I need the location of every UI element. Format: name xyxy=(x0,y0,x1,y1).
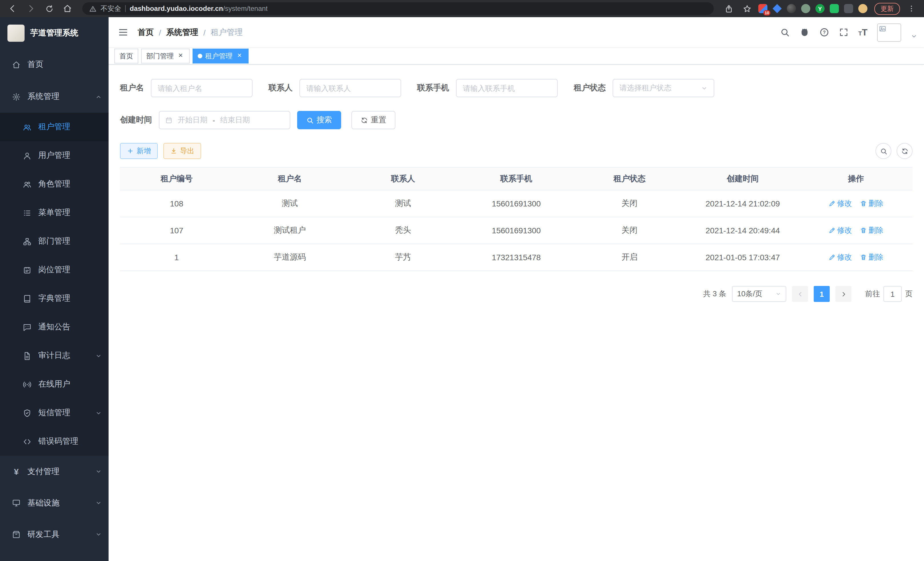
close-icon[interactable]: × xyxy=(236,52,243,60)
tenant-name-cell: 芋道源码 xyxy=(233,244,346,271)
close-icon[interactable]: × xyxy=(177,52,184,60)
profile-avatar-icon[interactable] xyxy=(858,4,867,13)
document-icon xyxy=(23,351,32,360)
tenant-name-input[interactable] xyxy=(151,79,253,97)
phone-cell: 15601691300 xyxy=(460,190,573,217)
delete-link[interactable]: 删除 xyxy=(860,199,884,209)
sidebar-item-online-user[interactable]: 在线用户 xyxy=(0,370,109,399)
filter-create-time: 创建时间 开始日期 - 结束日期 xyxy=(120,111,290,129)
edit-link[interactable]: 修改 xyxy=(829,199,852,209)
bookmark-star-icon[interactable] xyxy=(740,2,754,15)
prev-page-button[interactable] xyxy=(792,286,808,302)
sidebar: 芋道管理系统 首页 系统管理 租户管理 xyxy=(0,17,109,561)
sidebar-item-dept[interactable]: 部门管理 xyxy=(0,227,109,256)
browser-menu-icon[interactable] xyxy=(904,2,918,15)
date-range-picker[interactable]: 开始日期 - 结束日期 xyxy=(159,111,290,129)
search-button-label: 搜索 xyxy=(316,115,332,125)
chevron-down-icon xyxy=(95,500,102,506)
tab-home[interactable]: 首页 xyxy=(114,49,138,63)
breadcrumb-home[interactable]: 首页 xyxy=(138,27,154,38)
sidebar-item-menu[interactable]: 菜单管理 xyxy=(0,199,109,227)
sidebar-item-notice[interactable]: 通知公告 xyxy=(0,313,109,341)
ops-cell: 修改删除 xyxy=(800,190,913,217)
goto-page-input[interactable] xyxy=(884,286,902,302)
fold-sidebar-icon[interactable] xyxy=(109,27,138,38)
sidebar-item-label: 岗位管理 xyxy=(38,265,70,275)
extension-icon-4[interactable] xyxy=(801,4,810,13)
contact-cell: 测试 xyxy=(346,190,460,217)
filter-row-2: 创建时间 开始日期 - 结束日期 搜索 xyxy=(120,111,913,129)
sidebar-item-dict[interactable]: 字典管理 xyxy=(0,284,109,313)
delete-link[interactable]: 删除 xyxy=(860,225,884,236)
contact-cell: 秃头 xyxy=(346,217,460,244)
sidebar-item-sms[interactable]: 短信管理 xyxy=(0,399,109,427)
field-label: 租户名 xyxy=(120,83,144,93)
github-icon[interactable] xyxy=(800,27,810,38)
header-status: 租户状态 xyxy=(573,167,686,190)
contact-input[interactable] xyxy=(299,79,401,97)
sidebar-item-role[interactable]: 角色管理 xyxy=(0,170,109,199)
pinned-extension-icon[interactable] xyxy=(844,4,853,13)
filter-row-1: 租户名 联系人 联系手机 租户状态 请选择租户状态 xyxy=(120,79,913,97)
sidebar-item-label: 租户管理 xyxy=(38,122,70,132)
delete-link[interactable]: 删除 xyxy=(860,252,884,262)
font-size-icon[interactable]: TT xyxy=(858,27,867,38)
user-avatar[interactable] xyxy=(877,23,901,41)
extension-icon-5[interactable]: Y xyxy=(815,4,825,13)
monitor-icon xyxy=(12,499,21,507)
breadcrumb-system[interactable]: 系统管理 xyxy=(166,27,198,38)
fullscreen-icon[interactable] xyxy=(839,27,849,37)
forward-icon[interactable] xyxy=(24,2,38,15)
sidebar-item-home[interactable]: 首页 xyxy=(0,49,109,81)
reset-button[interactable]: 重置 xyxy=(351,111,395,129)
export-button[interactable]: 导出 xyxy=(164,143,201,159)
refresh-button[interactable] xyxy=(897,143,913,159)
edit-link[interactable]: 修改 xyxy=(829,225,852,236)
tab-tenant[interactable]: 租户管理× xyxy=(193,49,249,63)
sidebar-item-devtools[interactable]: 研发工具 xyxy=(0,519,109,550)
sidebar-item-user[interactable]: 用户管理 xyxy=(0,141,109,170)
add-button[interactable]: 新增 xyxy=(120,143,158,159)
sidebar-item-payment[interactable]: ¥ 支付管理 xyxy=(0,456,109,487)
search-icon[interactable] xyxy=(780,27,790,37)
next-page-button[interactable] xyxy=(836,286,851,302)
extension-icon-1[interactable]: 10 xyxy=(758,4,767,13)
home-icon xyxy=(12,60,21,69)
sidebar-item-error-code[interactable]: 错误码管理 xyxy=(0,427,109,456)
tenant-table: 租户编号 租户名 联系人 联系手机 租户状态 创建时间 操作 108 测试 xyxy=(120,167,913,271)
browser-update-button[interactable]: 更新 xyxy=(874,3,900,15)
sidebar-item-label: 字典管理 xyxy=(38,293,70,304)
toggle-search-button[interactable] xyxy=(875,143,891,159)
url-host: dashboard.yudao.iocoder.cn xyxy=(130,5,223,13)
filter-tenant-name: 租户名 xyxy=(120,79,253,97)
book-icon xyxy=(23,294,32,303)
back-icon[interactable] xyxy=(6,2,20,15)
sidebar-item-audit-log[interactable]: 审计日志 xyxy=(0,341,109,370)
edit-link[interactable]: 修改 xyxy=(829,252,852,262)
tab-dept[interactable]: 部门管理× xyxy=(141,49,190,63)
help-icon[interactable]: ? xyxy=(819,27,829,37)
status-select[interactable]: 请选择租户状态 xyxy=(613,79,714,97)
system-submenu: 租户管理 用户管理 角色管理 菜单管理 xyxy=(0,113,109,456)
phone-input[interactable] xyxy=(456,79,558,97)
page-size-select[interactable]: 10条/页 xyxy=(732,286,786,302)
sidebar-item-label: 首页 xyxy=(27,59,44,70)
share-icon[interactable] xyxy=(722,2,735,15)
caret-down-icon[interactable] xyxy=(911,33,917,39)
page-number-button[interactable]: 1 xyxy=(814,286,830,302)
sidebar-item-system[interactable]: 系统管理 xyxy=(0,81,109,113)
address-bar[interactable]: 不安全 dashboard.yudao.iocoder.cn/system/te… xyxy=(82,2,714,15)
sidebar-item-post[interactable]: 岗位管理 xyxy=(0,256,109,284)
add-button-label: 新增 xyxy=(136,146,151,156)
extension-icon-2[interactable] xyxy=(772,4,782,13)
extension-icon-3[interactable] xyxy=(787,4,796,13)
extension-icon-6[interactable] xyxy=(830,4,839,13)
home-icon[interactable] xyxy=(61,2,74,15)
security-label[interactable]: 不安全 xyxy=(100,4,121,14)
reload-icon[interactable] xyxy=(42,2,56,15)
sidebar-item-infra[interactable]: 基础设施 xyxy=(0,487,109,519)
tenant-name-cell: 测试租户 xyxy=(233,217,346,244)
sidebar-item-tenant[interactable]: 租户管理 xyxy=(0,113,109,141)
search-button[interactable]: 搜索 xyxy=(297,111,341,129)
goto-label: 前往 xyxy=(865,289,880,299)
